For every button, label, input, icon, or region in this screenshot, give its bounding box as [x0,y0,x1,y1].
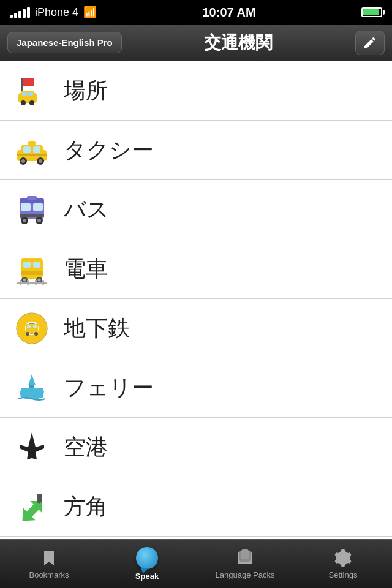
status-time: 10:07 AM [202,6,255,20]
list-item[interactable]: タクシー [0,121,392,180]
svg-point-14 [21,159,25,163]
svg-rect-30 [33,262,40,268]
svg-rect-36 [17,282,47,284]
signal-icon [10,7,30,18]
battery-fill [363,9,379,15]
ferry-icon [12,368,51,407]
list-item[interactable]: 場所 [0,61,392,121]
svg-point-48 [34,332,38,336]
svg-rect-1 [23,78,34,86]
bookmarks-icon [39,548,59,568]
battery-icon [361,7,382,17]
settings-icon [333,548,353,568]
svg-rect-10 [23,146,31,153]
category-list: 場所 タクシー [0,61,392,539]
svg-rect-19 [21,203,31,211]
svg-rect-39 [35,280,37,285]
bus-icon [12,190,51,229]
tab-language-packs[interactable]: Language Packs [196,540,294,588]
svg-rect-6 [22,92,27,96]
item-label-ferry: フェリー [64,373,154,403]
list-item[interactable]: フェリー [0,358,392,418]
item-label-densha: 電車 [64,254,108,284]
app-name-button[interactable]: Japanese-English Pro [7,32,122,53]
item-label-taxi: タクシー [64,135,154,165]
item-label-basho: 場所 [64,76,108,106]
tab-settings-label: Settings [329,570,358,579]
status-right [361,7,382,17]
svg-rect-17 [17,154,47,156]
svg-rect-51 [21,388,43,393]
svg-rect-11 [33,146,40,153]
tab-bar: Bookmarks Speak Language Packs Settings [0,539,392,588]
svg-rect-38 [27,280,29,285]
svg-rect-37 [20,280,21,285]
tab-speak[interactable]: Speak [98,540,196,588]
pencil-icon [363,36,377,50]
nav-title: 交通機関 [204,31,273,55]
tab-bookmarks-label: Bookmarks [29,570,69,579]
svg-rect-31 [21,271,43,275]
nav-bar: Japanese-English Pro 交通機関 [0,24,392,61]
svg-rect-16 [28,141,36,145]
svg-marker-49 [28,374,36,385]
svg-point-15 [39,159,42,163]
svg-rect-28 [21,258,43,279]
status-left: iPhone 4 📶 [10,6,97,19]
list-item[interactable]: 方角 [0,477,392,537]
svg-rect-27 [27,196,37,200]
svg-rect-7 [28,92,33,96]
item-label-kuko: 空港 [64,432,108,462]
tab-bookmarks[interactable]: Bookmarks [0,540,98,588]
list-item[interactable]: 空港 [0,418,392,477]
svg-rect-29 [23,262,31,268]
svg-point-34 [23,279,26,282]
search-button[interactable] [355,31,385,55]
list-item[interactable]: 地下鉄 [0,299,392,358]
svg-rect-57 [241,549,249,559]
svg-point-25 [37,219,41,222]
svg-point-35 [38,279,41,282]
tab-language-packs-label: Language Packs [216,570,275,579]
speak-bubble-icon [136,547,158,569]
subway-icon [12,309,51,348]
svg-marker-54 [44,551,54,565]
svg-point-24 [23,219,26,222]
train-icon [12,249,51,288]
taxi-icon [12,130,51,170]
svg-rect-20 [33,203,43,211]
tab-settings[interactable]: Settings [294,540,392,588]
svg-point-4 [21,100,26,105]
list-item[interactable]: 電車 [0,239,392,299]
wifi-icon: 📶 [83,6,97,19]
item-label-chikatetsu: 地下鉄 [64,314,130,344]
item-label-bus: バス [64,195,109,225]
language-packs-icon [235,548,255,568]
tab-speak-label: Speak [135,571,159,581]
list-item[interactable]: バス [0,180,392,239]
direction-icon [12,487,51,526]
carrier-label: iPhone 4 [35,6,78,19]
svg-rect-40 [42,280,44,285]
svg-rect-21 [20,214,44,217]
airport-icon [12,428,51,467]
svg-marker-52 [17,495,48,524]
svg-rect-45 [27,325,31,328]
status-bar: iPhone 4 📶 10:07 AM [0,0,392,24]
item-label-hoko: 方角 [64,492,108,522]
svg-rect-46 [33,325,37,328]
svg-point-47 [26,332,29,336]
place-icon [12,71,51,110]
svg-point-5 [29,100,34,105]
